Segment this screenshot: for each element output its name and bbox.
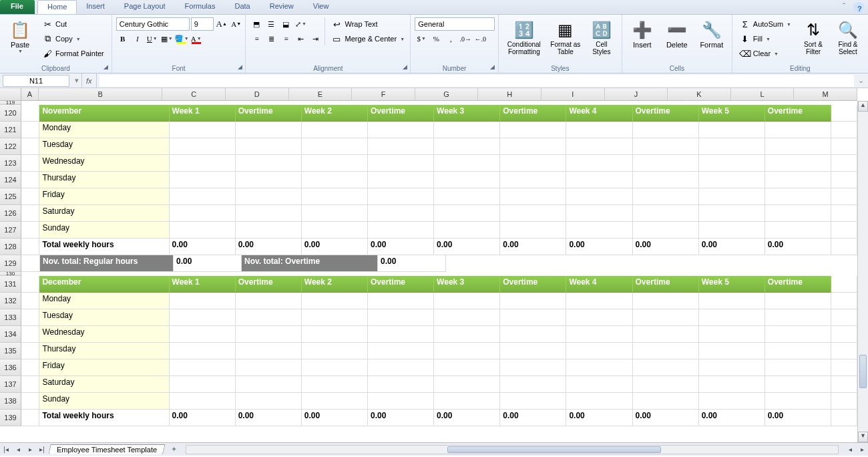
row-header-139[interactable]: 139 [0, 410, 21, 426]
cell[interactable] [500, 188, 566, 205]
cell[interactable] [21, 293, 39, 309]
cell[interactable] [302, 376, 368, 393]
cell[interactable] [302, 326, 368, 343]
scroll-up-icon[interactable]: ▲ [858, 101, 868, 112]
cell[interactable] [831, 138, 857, 155]
cell[interactable] [765, 172, 831, 188]
cell[interactable] [236, 393, 302, 410]
cell[interactable] [21, 188, 39, 205]
cell[interactable] [368, 138, 434, 155]
cell[interactable] [500, 393, 566, 410]
cell[interactable]: Overtime [368, 276, 434, 293]
tab-nav-prev[interactable]: ◂ [12, 446, 24, 453]
cells-area[interactable]: NovemberWeek 1OvertimeWeek 2OvertimeWeek… [21, 101, 857, 442]
cell[interactable] [302, 172, 368, 188]
row-header-136[interactable]: 136 [0, 359, 21, 376]
tab-page-layout[interactable]: Page Layout [115, 0, 176, 14]
clear-button[interactable]: ⌫Clear▼ [736, 47, 795, 60]
row-header-123[interactable]: 123 [0, 155, 21, 172]
cell[interactable]: Overtime [368, 105, 434, 122]
cell[interactable]: Week 1 [170, 276, 236, 293]
number-format-combo[interactable] [415, 17, 495, 31]
select-all-corner[interactable] [0, 88, 21, 101]
cell[interactable] [368, 343, 434, 359]
row-header-131[interactable]: 131 [0, 276, 21, 293]
column-header-H[interactable]: H [478, 88, 541, 101]
vertical-scrollbar[interactable]: ▲ ▼ [857, 101, 868, 442]
cell[interactable] [566, 172, 632, 188]
cell[interactable] [500, 343, 566, 359]
cell[interactable] [368, 293, 434, 309]
cell[interactable] [236, 155, 302, 172]
cell[interactable] [170, 188, 236, 205]
column-header-F[interactable]: F [352, 88, 415, 101]
cell[interactable] [566, 326, 632, 343]
cell[interactable] [434, 343, 500, 359]
cell[interactable] [170, 138, 236, 155]
cell[interactable] [236, 122, 302, 138]
align-left-button[interactable]: ≡ [250, 32, 263, 45]
cell[interactable]: Total weekly hours [39, 410, 169, 426]
cell[interactable] [21, 410, 39, 426]
cell[interactable] [699, 376, 765, 393]
cell[interactable] [170, 155, 236, 172]
cell[interactable] [434, 122, 500, 138]
tab-data[interactable]: Data [225, 0, 260, 14]
column-header-D[interactable]: D [226, 88, 289, 101]
cell[interactable]: 0.00 [174, 255, 242, 272]
row-header-122[interactable]: 122 [0, 138, 21, 155]
cell[interactable] [633, 376, 699, 393]
hscroll-right[interactable]: ▸ [856, 446, 868, 453]
cell[interactable] [21, 122, 39, 138]
cell[interactable] [765, 393, 831, 410]
cell[interactable] [500, 172, 566, 188]
insert-cells-button[interactable]: ➕Insert [626, 17, 658, 51]
orientation-button[interactable]: ⤢▼ [294, 17, 307, 31]
cell[interactable]: Nov. total: Overtime [242, 255, 378, 272]
cell[interactable]: 0.00 [378, 255, 446, 272]
cell[interactable]: 0.00 [434, 410, 500, 426]
cell[interactable] [650, 255, 718, 272]
row-header-125[interactable]: 125 [0, 188, 21, 205]
cell[interactable] [368, 222, 434, 239]
cell[interactable]: Wednesday [39, 155, 169, 172]
cell[interactable] [500, 205, 566, 222]
row-header-138[interactable]: 138 [0, 393, 21, 410]
cell[interactable]: Saturday [39, 205, 169, 222]
cell[interactable] [170, 343, 236, 359]
cell[interactable] [633, 309, 699, 326]
new-sheet-button[interactable]: ✦ [167, 445, 180, 454]
cell[interactable] [21, 276, 39, 293]
row-header-129[interactable]: 129 [0, 255, 21, 272]
cell[interactable] [368, 359, 434, 376]
cell[interactable] [236, 376, 302, 393]
cell[interactable] [236, 205, 302, 222]
vertical-scroll-thumb[interactable] [859, 355, 867, 388]
cell[interactable] [765, 309, 831, 326]
cell[interactable] [21, 105, 39, 122]
cell[interactable] [434, 326, 500, 343]
find-select-button[interactable]: 🔍Find & Select [832, 17, 864, 57]
cell[interactable]: 0.00 [500, 410, 566, 426]
cell[interactable] [765, 343, 831, 359]
column-header-G[interactable]: G [415, 88, 479, 101]
cell[interactable] [21, 343, 39, 359]
cell[interactable] [831, 105, 857, 122]
cell[interactable]: Week 1 [170, 105, 236, 122]
cell[interactable] [566, 293, 632, 309]
cell[interactable]: 0.00 [633, 239, 699, 255]
cell[interactable]: 0.00 [699, 410, 765, 426]
scroll-down-icon[interactable]: ▼ [858, 432, 868, 442]
cell[interactable]: Week 4 [566, 105, 632, 122]
shrink-font-button[interactable]: A▼ [230, 17, 243, 31]
hscroll-left[interactable]: ◂ [844, 446, 856, 453]
cell[interactable] [831, 410, 857, 426]
cell[interactable] [302, 155, 368, 172]
horizontal-scroll-thumb[interactable] [447, 446, 661, 453]
cell[interactable]: Overtime [765, 105, 831, 122]
cell[interactable] [368, 188, 434, 205]
row-header-128[interactable]: 128 [0, 239, 21, 255]
column-header-A[interactable]: A [21, 88, 39, 101]
tab-home[interactable]: Home [37, 0, 77, 14]
cell[interactable] [514, 255, 582, 272]
